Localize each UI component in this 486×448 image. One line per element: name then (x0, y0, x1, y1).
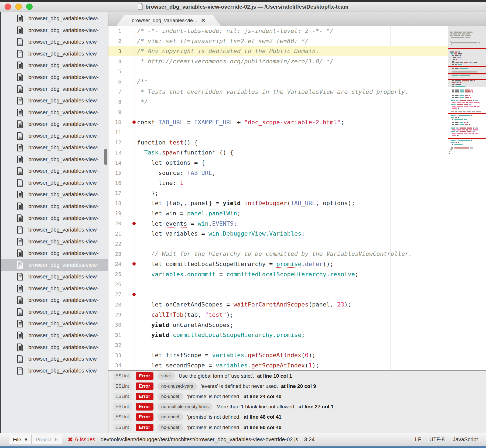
line-number[interactable]: 22 (108, 240, 121, 247)
code-editor[interactable]: 1/* -*- indent-tabs-mode: nil; js-indent… (108, 26, 486, 370)
line-number[interactable]: 6 (108, 78, 121, 85)
gutter-decoration-column[interactable] (121, 259, 137, 269)
line-number[interactable]: 27 (108, 291, 121, 298)
gutter-decoration-column[interactable] (121, 279, 137, 290)
line-number[interactable]: 23 (108, 251, 121, 257)
line-number[interactable]: 14 (108, 160, 121, 166)
line-number[interactable]: 18 (108, 200, 121, 206)
gutter-decoration-column[interactable] (121, 137, 137, 148)
code-line-3[interactable]: 3/* Any copyright is dedicated to the Pu… (108, 46, 448, 56)
gutter-decoration-column[interactable] (121, 147, 137, 158)
issues-indicator[interactable]: ✖ 6 Issues (68, 436, 95, 443)
encoding-indicator[interactable]: UTF-8 (429, 436, 445, 443)
gutter-decoration-column[interactable] (121, 168, 137, 178)
lint-error-row[interactable]: ESLintErrorstrictUse the global form of … (108, 371, 486, 381)
gutter-decoration-column[interactable] (121, 77, 137, 87)
lint-error-row[interactable]: ESLintErrorno-undef'promise' is not defi… (108, 412, 486, 422)
code-line-8[interactable]: 8 */ (108, 97, 448, 107)
sidebar-file-item[interactable]: browser_dbg_variables-view- (1, 365, 108, 377)
code-line-6[interactable]: 6/** (108, 77, 448, 87)
error-dot-icon[interactable] (132, 120, 136, 124)
error-dot-icon[interactable] (132, 262, 136, 266)
gutter-decoration-column[interactable] (121, 350, 137, 360)
code-line-2[interactable]: 2/* vim: set ft=javascript ts=2 et sw=2 … (108, 36, 448, 46)
code-line-29[interactable]: 29 callInTab(tab, "test"); (108, 310, 448, 320)
line-number[interactable]: 30 (108, 322, 121, 328)
gutter-decoration-column[interactable] (121, 188, 137, 198)
sidebar-file-item[interactable]: browser_dbg_variables-view- (1, 25, 108, 36)
code-line-26[interactable]: 26 (108, 279, 448, 290)
gutter-decoration-column[interactable] (121, 36, 137, 46)
sidebar-file-item[interactable]: browser_dbg_variables-view- (1, 283, 108, 295)
code-line-34[interactable]: 34 let secondScope = variables.getScopeA… (108, 360, 448, 370)
line-number[interactable]: 7 (108, 88, 121, 95)
gutter-decoration-column[interactable] (121, 239, 137, 249)
line-number[interactable]: 8 (108, 99, 121, 105)
gutter-decoration-column[interactable] (121, 229, 137, 239)
gutter-decoration-column[interactable] (121, 66, 137, 77)
gutter-decoration-column[interactable] (121, 320, 137, 330)
code-line-33[interactable]: 33 let firstScope = variables.getScopeAt… (108, 350, 448, 360)
code-line-7[interactable]: 7 * Tests that overridden variables in t… (108, 87, 448, 97)
gutter-decoration-column[interactable] (121, 26, 137, 36)
line-number[interactable]: 31 (108, 332, 121, 338)
code-line-30[interactable]: 30 yield onCaretAndScopes; (108, 320, 448, 330)
code-line-16[interactable]: 16 line: 1 (108, 178, 448, 188)
code-line-28[interactable]: 28 let onCaretAndScopes = waitForCaretAn… (108, 299, 448, 310)
gutter-decoration-column[interactable] (121, 117, 137, 127)
line-number[interactable]: 20 (108, 220, 121, 227)
line-number[interactable]: 2 (108, 38, 121, 44)
lint-error-row[interactable]: ESLintErrorno-undef'promise' is not defi… (108, 422, 486, 432)
code-line-13[interactable]: 13 Task.spawn(function* () { (108, 147, 448, 158)
file-list-sidebar[interactable]: browser_dbg_variables-view-browser_dbg_v… (1, 12, 108, 433)
line-number[interactable]: 3 (108, 48, 121, 54)
code-line-15[interactable]: 15 source: TAB_URL, (108, 168, 448, 178)
sidebar-scrollbar-thumb[interactable] (104, 149, 107, 165)
line-number[interactable]: 16 (108, 180, 121, 186)
line-number[interactable]: 10 (108, 119, 121, 125)
line-number[interactable]: 13 (108, 149, 121, 156)
gutter-decoration-column[interactable] (121, 299, 137, 310)
code-line-14[interactable]: 14 let options = { (108, 158, 448, 168)
sidebar-file-item[interactable]: browser_dbg_variables-view- (1, 60, 108, 71)
sidebar-file-item[interactable]: browser_dbg_variables-view- (1, 36, 108, 48)
line-number[interactable]: 24 (108, 261, 121, 267)
gutter-decoration-column[interactable] (121, 158, 137, 168)
sidebar-file-item[interactable]: browser_dbg_variables-view- (1, 318, 108, 330)
code-line-21[interactable]: 21 let variables = win.DebuggerView.Vari… (108, 229, 448, 239)
gutter-decoration-column[interactable] (121, 127, 137, 137)
code-line-27[interactable]: 27 (108, 289, 448, 299)
sidebar-file-item[interactable]: browser_dbg_variables-view- (1, 142, 108, 154)
error-dot-icon[interactable] (132, 293, 136, 296)
lint-error-row[interactable]: ESLintErrorno-unused-vars'events' is def… (108, 381, 486, 391)
sidebar-file-item-selected[interactable]: browser_dbg_variables-view- (1, 259, 108, 271)
sidebar-file-item[interactable]: browser_dbg_variables-view- (1, 201, 108, 212)
gutter-decoration-column[interactable] (121, 340, 137, 350)
gutter-decoration-column[interactable] (121, 56, 137, 67)
titlebar[interactable]: browser_dbg_variables-view-override-02.j… (0, 2, 486, 12)
line-number[interactable]: 28 (108, 301, 121, 308)
gutter-decoration-column[interactable] (121, 249, 137, 259)
sidebar-file-item[interactable]: browser_dbg_variables-view- (1, 189, 108, 201)
line-number[interactable]: 29 (108, 311, 121, 318)
code-line-18[interactable]: 18 let [tab,, panel] = yield initDebugge… (108, 198, 448, 208)
gutter-decoration-column[interactable] (121, 87, 137, 97)
sidebar-file-item[interactable]: browser_dbg_variables-view- (1, 83, 108, 95)
sidebar-file-item[interactable]: browser_dbg_variables-view- (1, 154, 108, 166)
sidebar-file-item[interactable]: browser_dbg_variables-view- (1, 118, 108, 130)
code-line-11[interactable]: 11 (108, 127, 448, 137)
code-line-31[interactable]: 31 yield committedLocalScopeHierarchy.pr… (108, 330, 448, 340)
code-line-4[interactable]: 4 * http://creativecommons.org/publicdom… (108, 56, 448, 67)
line-number[interactable]: 1 (108, 28, 121, 34)
line-number[interactable]: 33 (108, 352, 121, 359)
issues-scope-file-button[interactable]: File 6 (9, 435, 32, 444)
code-line-20[interactable]: 20 let events = win.EVENTS; (108, 218, 448, 229)
sidebar-file-item[interactable]: browser_dbg_variables-view- (1, 236, 108, 247)
grammar-indicator[interactable]: JavaScript (453, 436, 478, 443)
line-number[interactable]: 4 (108, 58, 121, 65)
code-line-19[interactable]: 19 let win = panel.panelWin; (108, 208, 448, 219)
gutter-decoration-column[interactable] (121, 208, 137, 219)
line-number[interactable]: 5 (108, 68, 121, 75)
sidebar-file-item[interactable]: browser_dbg_variables-view- (1, 353, 108, 365)
line-number[interactable]: 15 (108, 170, 121, 176)
